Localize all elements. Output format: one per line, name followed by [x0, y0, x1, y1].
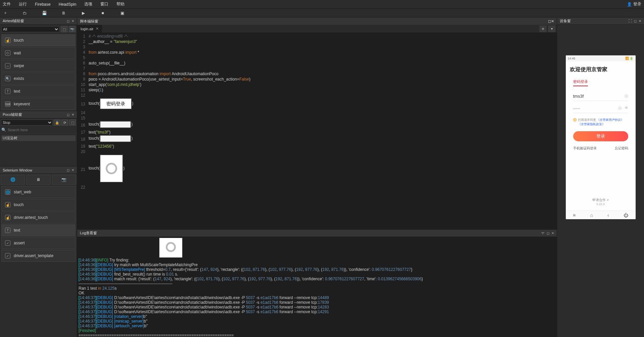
open-icon[interactable]: 🗀 — [22, 10, 28, 16]
template-image-input[interactable] — [100, 135, 131, 142]
poco-panel: Poco辅助窗 ◻✕ Stop 🔒 ⟳ ⬚ 🔍 UI渲染树 — [0, 111, 77, 166]
airtest-item-swipe[interactable]: ↔swipe — [1, 60, 76, 72]
template-image-circle[interactable] — [100, 154, 123, 183]
phone-heading: 欢迎使用京管家 — [570, 66, 632, 73]
stop-icon[interactable]: ■ — [100, 10, 105, 16]
fullscreen-icon[interactable]: ⛶ — [629, 19, 632, 23]
refresh-icon[interactable]: ⟳ — [61, 119, 68, 126]
phone-status-bar: 14:46 📶 🔋 — [566, 55, 636, 61]
airtest-assist-panel: Airtest辅助窗 ◻✕ All ⬚ 📷 ☝touch⏲wait↔swipe🔍… — [0, 17, 77, 111]
poco-tree-root[interactable]: UI渲染树 — [1, 135, 76, 141]
airtest-mode-select[interactable]: All — [1, 26, 59, 32]
sel-monitor-icon[interactable]: 🖥 — [26, 175, 50, 185]
checkbox-icon[interactable] — [573, 118, 577, 122]
template-image-input[interactable] — [100, 121, 131, 128]
log-panel: Log查看窗 🝖 ◻ ✕ [14:46:36][INFO] Try findin… — [77, 230, 557, 337]
airtest-item-keyevent[interactable]: ⌨keyevent — [1, 98, 76, 110]
nav-home-icon[interactable]: ⌂ — [590, 212, 593, 218]
tab-menu-icon[interactable]: ▾ — [548, 26, 555, 32]
report-icon[interactable]: ▣ — [119, 10, 125, 16]
panel-popout-icon[interactable]: ◻ — [67, 168, 69, 172]
save-all-icon[interactable]: 🗎 — [61, 10, 66, 16]
agreement-link-2[interactable]: 《京管家隐私政策》 — [578, 123, 605, 126]
panel-popout-icon[interactable]: ◻ — [634, 19, 637, 23]
record-icon[interactable]: ⬚ — [61, 26, 67, 32]
panel-close-icon[interactable]: ✕ — [71, 168, 74, 172]
nav-power-icon[interactable]: ⏻ — [624, 212, 628, 218]
phone-username-input[interactable]: tms3f ⓧ — [573, 92, 628, 101]
phone-tab-pwd[interactable]: 密码登录 — [573, 79, 588, 86]
panel-popout-icon[interactable]: ◻ — [67, 19, 69, 23]
sel-camera-icon[interactable]: 📷 — [52, 175, 76, 185]
panel-close-icon[interactable]: ✕ — [639, 19, 641, 23]
panel-popout-icon[interactable]: ◻ — [547, 231, 549, 235]
sel-globe-icon[interactable]: 🌐 — [1, 175, 25, 185]
phone-agreement[interactable]: 已阅读并同意 《京管家用户协议》 《京管家隐私政策》 — [573, 118, 628, 127]
record-poco-icon[interactable]: ⬚ — [69, 119, 76, 126]
new-file-icon[interactable]: ＋ — [3, 10, 8, 16]
selenium-item-touch[interactable]: ☝touch — [1, 199, 76, 211]
poco-search-input[interactable] — [8, 127, 76, 133]
phone-login-button[interactable]: 登录 — [573, 131, 628, 141]
panel-close-icon[interactable]: ✕ — [551, 19, 554, 23]
log-title: Log查看窗 — [80, 231, 97, 236]
panel-close-icon[interactable]: ✕ — [551, 231, 554, 235]
agreement-link-1[interactable]: 《京管家用户协议》 — [597, 118, 624, 122]
save-icon[interactable]: 💾 — [42, 10, 47, 16]
panel-close-icon[interactable]: ✕ — [71, 113, 74, 116]
airtest-item-exists[interactable]: 🔍exists — [1, 73, 76, 85]
keyevent-icon: ⌨ — [5, 101, 10, 107]
add-tab-button[interactable]: ＋ — [539, 26, 547, 32]
touch-icon: ☝ — [5, 38, 10, 43]
swipe-icon: ↔ — [5, 63, 10, 68]
nav-back-icon[interactable]: ‹ — [607, 212, 609, 218]
eye-icon[interactable]: 👁 — [625, 106, 628, 111]
phone-footer-apply[interactable]: 申请合作 > — [570, 198, 632, 202]
panel-popout-icon[interactable]: ◻ — [548, 19, 551, 23]
selenium-item-driver-assert_template[interactable]: ✓driver.assert_template — [1, 250, 76, 262]
panel-close-icon[interactable]: ✕ — [71, 19, 74, 23]
editor-panel: 脚本编辑窗 ◻✕ login.air ✕ ＋ ▾ 123456789101112… — [77, 17, 557, 230]
wait-icon: ⏲ — [5, 50, 10, 56]
toolbar: ＋ 🗀 💾 🗎 ▶ ■ ▣ — [0, 9, 644, 17]
menu-window[interactable]: 窗口 — [100, 1, 108, 7]
camera-icon[interactable]: 📷 — [69, 26, 76, 32]
phone-password-input[interactable]: ······ ⓧ👁 — [573, 104, 628, 113]
panel-popout-icon[interactable]: ◻ — [67, 113, 69, 116]
template-image-login[interactable]: 密码登录 — [100, 98, 132, 109]
close-tab-icon[interactable]: ✕ — [96, 27, 99, 31]
menu-options[interactable]: 选项 — [84, 1, 92, 7]
code-editor[interactable]: 12345678910111213141516171819202122 # -*… — [77, 33, 557, 229]
log-output[interactable]: [14:46:36][INFO] Try finding: [14:46:36]… — [77, 237, 557, 337]
filter-icon[interactable]: 🝖 — [541, 231, 545, 235]
selenium-item-text[interactable]: Ttext — [1, 224, 76, 236]
phone-navbar: ≡ ⌂ ‹ ⏻ — [566, 210, 636, 219]
menu-help[interactable]: 帮助 — [116, 1, 125, 7]
device-screen[interactable]: 14:46 📶 🔋 欢迎使用京管家 密码登录 tms3f ⓧ ······ ⓧ👁 — [557, 25, 644, 337]
assert-icon: ✓ — [5, 240, 10, 246]
menu-run[interactable]: 运行 — [19, 1, 27, 7]
selenium-item-start_web[interactable]: 🌐start_web — [1, 186, 76, 198]
menu-firebase[interactable]: Firebase — [35, 2, 51, 7]
device-title: 设备窗 — [560, 18, 571, 23]
phone-forgot-pwd[interactable]: 忘记密码 — [615, 146, 628, 151]
selenium-item-driver-airtest_touch[interactable]: ☝driver.airtest_touch — [1, 211, 76, 224]
exists-icon: 🔍 — [5, 76, 10, 81]
selenium-panel: Selenium Window ◻✕ 🌐 🖥 📷 🌐start_web☝touc… — [0, 166, 77, 337]
clear-icon[interactable]: ⓧ — [618, 106, 622, 111]
airtest-item-touch[interactable]: ☝touch — [1, 34, 76, 46]
editor-tab[interactable]: login.air ✕ — [77, 25, 102, 33]
phone-sms-login[interactable]: 手机验证码登录 — [573, 146, 597, 151]
menu-headspin[interactable]: HeadSpin — [59, 2, 77, 7]
airtest-item-wait[interactable]: ⏲wait — [1, 47, 76, 59]
lock-icon[interactable]: 🔒 — [54, 119, 60, 126]
airtest-item-text[interactable]: Ttext — [1, 85, 76, 97]
login-button[interactable]: 👤 登录 — [627, 1, 641, 7]
menu-file[interactable]: 文件 — [3, 1, 11, 7]
poco-driver-select[interactable]: Stop — [1, 119, 53, 126]
text-icon: T — [5, 228, 10, 233]
clear-icon[interactable]: ⓧ — [625, 94, 628, 99]
selenium-item-assert[interactable]: ✓assert — [1, 237, 76, 249]
nav-menu-icon[interactable]: ≡ — [573, 212, 576, 218]
run-icon[interactable]: ▶ — [81, 10, 86, 16]
